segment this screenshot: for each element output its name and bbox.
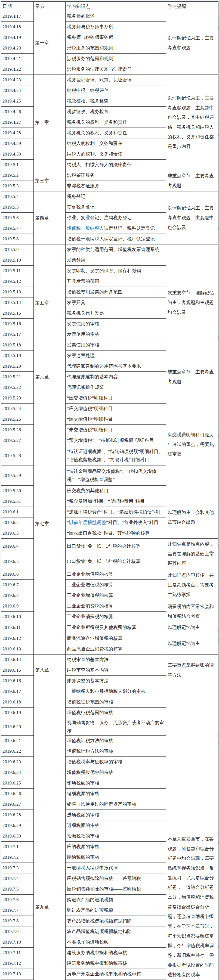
table-row: 2019.4.23第二章税务登记管理、账簿、凭证管理以理解记忆为主，主要考查客观…: [1, 75, 219, 85]
topic-cell: 税务师与税务师事务所: [66, 32, 166, 43]
topic-cell: 进项税额的审核: [66, 820, 166, 831]
topic-cell: 税务机关的权利、义务和责任: [66, 117, 166, 128]
date-cell: 2019.7.5: [1, 884, 34, 895]
date-cell: 2019.6.6: [1, 569, 34, 580]
date-cell: 2019.5.28: [1, 446, 34, 466]
topic-cell: 应交税费的其他科目: [66, 486, 166, 496]
date-cell: 2019.6.26: [1, 789, 34, 799]
table-row: 2019.5.31“税金及附加”科目、“所得税费用”科目以理解为主，会和其他章节…: [1, 496, 219, 507]
chapter-cell: 第一章: [34, 11, 66, 75]
topic-link[interactable]: 增值税一般纳税人: [67, 226, 104, 231]
date-cell: 2019.6.8: [1, 590, 34, 601]
topic-text: ”科目、“营业外收入”科目: [106, 520, 158, 525]
topic-cell: “递延所得税资产”科目、“递延所得税负债”科目: [66, 507, 166, 517]
date-cell: 2019.4.18: [1, 22, 34, 32]
topic-cell: 增值税征税范围的审核: [66, 707, 166, 718]
topic-cell: 发票使用的审核: [66, 340, 166, 350]
date-cell: 2019.5.8: [1, 234, 34, 245]
date-cell: 2019.6.21: [1, 735, 34, 746]
date-cell: 2019.6.28: [1, 810, 34, 820]
date-cell: 2019.5.7: [1, 223, 34, 234]
reminder-cell: 非重点章节，主要考查客观题: [166, 361, 219, 393]
topic-cell: 出口货物“免、抵、退”税的会计核算: [66, 554, 166, 569]
topic-cell: 代理建账建制的适用范围与基本要求: [66, 361, 166, 372]
topic-cell: 涉税服务的法律关系与法律责任: [66, 64, 166, 75]
header-reminder: 学习提醒: [166, 2, 219, 11]
date-cell: 2019.7.2: [1, 852, 34, 863]
date-cell: 2019.5.24: [1, 404, 34, 414]
date-cell: 2019.5.3: [1, 181, 34, 191]
date-cell: 2019.7.4: [1, 873, 34, 884]
reminder-cell: 以理解记忆为主: [166, 622, 219, 633]
date-cell: 2019.4.30: [1, 149, 34, 160]
chapter-cell: 第六章: [34, 361, 66, 393]
chapter-cell: 第二章: [34, 75, 66, 170]
date-cell: 2019.5.18: [1, 340, 34, 350]
table-row: 2019.6.12商品流通企业增值税的核算以理解记忆为主: [1, 633, 219, 644]
topic-cell: 不准抵扣的进项税额: [66, 937, 166, 948]
date-cell: 2019.7.8: [1, 916, 34, 926]
topic-cell: 购进农产品的进项税额: [66, 895, 166, 905]
date-cell: 2019.6.16: [1, 675, 34, 686]
topic-cell: 进项税额的审核: [66, 810, 166, 820]
date-cell: 2019.7.12: [1, 958, 34, 969]
reminder-cell: 以理解记忆为主，主要考查客观题: [166, 11, 219, 75]
topic-cell: 发票印制、发票的保管、保存和缴销: [66, 266, 166, 276]
header-date: 日期: [1, 2, 34, 11]
date-cell: 2019.5.16: [1, 319, 34, 329]
topic-cell: 税务登记管理、账簿、凭证管理: [66, 75, 166, 85]
date-cell: 2019.5.19: [1, 350, 34, 361]
table-row: 2019.6.11工业企业所得税及其他税费的核算以理解记忆为主: [1, 622, 219, 633]
table-row: 2019.6.6工业企业增值税的核算此知识点内容较多，并且是高频考点，需要考生熟…: [1, 569, 219, 580]
topic-cell: 一般纳税人和小规模纳税人划分的审核: [66, 686, 166, 697]
topic-cell: 税务师与税务师事务所: [66, 22, 166, 32]
topic-cell: 纳税人的权利、义务和责任: [66, 138, 166, 149]
date-cell: 2019.5.2: [1, 170, 34, 181]
topic-cell: 一般纳税人纳税申报代理: [66, 863, 166, 873]
date-cell: 2019.6.5: [1, 554, 34, 569]
date-cell: 2019.7.7: [1, 905, 34, 916]
date-cell: 2019.4.23: [1, 75, 34, 85]
topic-cell: 商品流通企业增值税的核算: [66, 633, 166, 644]
topic-cell: 税款征收、税务检查: [66, 107, 166, 117]
topic-cell: 增值税一般纳税人认定登记、税种认定登记: [66, 234, 166, 245]
table-row: 2019.5.20第六章代理建账建制的适用范围与基本要求非重点章节，主要考查客观…: [1, 361, 219, 372]
topic-cell: 代理建账建制的基本内容: [66, 372, 166, 382]
reminder-cell: 此知识点内容较多，并且是高频考点，需要考生熟练掌握: [166, 569, 219, 601]
topic-cell: “转让金融商品应交增值税”、“代扣代交增值税”、“增值税检查调整”: [66, 466, 166, 486]
study-schedule-table: 日期 章节 学习知识点 学习提醒 2019.4.17第一章税务师的概述以理解记忆…: [1, 2, 219, 980]
date-cell: 2019.4.25: [1, 96, 34, 107]
date-cell: 2019.4.19: [1, 32, 34, 43]
date-cell: 2019.6.24: [1, 767, 34, 778]
topic-text: “: [67, 520, 69, 525]
date-cell: 2019.5.20: [1, 361, 34, 372]
topic-cell: 增值税计税方法的审核: [66, 735, 166, 746]
topic-cell: 纳税申报、纳税评估: [66, 85, 166, 96]
date-cell: 2019.6.15: [1, 665, 34, 675]
table-row: 2019.4.17第一章税务师的概述以理解记忆为主，主要考查客观题: [1, 11, 219, 22]
reminder-cell: 以理解记忆为主: [166, 633, 219, 654]
topic-cell: “预交增值税”、“待抵扣进项税额”明细科目: [66, 435, 166, 446]
date-cell: 2019.5.30: [1, 486, 34, 496]
topic-cell: 增值税税率与征收率的审核: [66, 757, 166, 767]
topic-cell: 税务师的概述: [66, 11, 166, 22]
chapter-cell: 第四章: [34, 191, 66, 245]
topic-cell: 税务机关代开发票: [66, 308, 166, 319]
date-cell: 2019.6.11: [1, 622, 34, 633]
topic-cell: 增值税征税范围的审核: [66, 697, 166, 707]
topic-link[interactable]: 以前年度损益调整: [69, 520, 106, 525]
date-cell: 2019.5.11: [1, 266, 34, 276]
topic-cell: 工业企业所得税及其他税费的核算: [66, 622, 166, 633]
date-cell: 2019.5.9: [1, 245, 34, 255]
date-cell: 2019.6.7: [1, 580, 34, 590]
date-cell: 2019.7.10: [1, 937, 34, 948]
topic-cell: 发票开具: [66, 298, 166, 308]
date-cell: 2019.6.4: [1, 539, 34, 554]
date-cell: 2019.4.20: [1, 43, 34, 54]
date-cell: 2019.5.21: [1, 372, 34, 382]
reminder-cell: 非重点章节，主要考查客观题: [166, 170, 219, 191]
table-row: 2019.5.23第七章“应交增值税”明细科目应交税费明细科目是历年考试的重点，…: [1, 393, 219, 404]
topic-cell: 发票领用: [66, 255, 166, 266]
date-cell: 2019.5.22: [1, 382, 34, 393]
topic-cell: “应收出口退税款”科目、其他税种的核算: [66, 528, 166, 539]
